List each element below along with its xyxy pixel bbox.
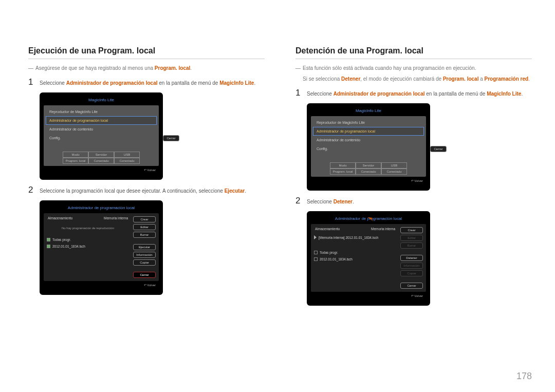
stop-button: Detener	[400, 255, 423, 261]
play-icon	[314, 235, 317, 239]
step-number: 1	[28, 77, 40, 87]
close-button: Cerrar	[430, 146, 447, 152]
step-left-2: 2 Seleccione la programación local que d…	[28, 185, 265, 195]
checkbox-icon	[47, 238, 50, 241]
screenshot-magicinfo-left: MagicInfo Lite Reproductor de MagicInfo …	[40, 92, 163, 180]
create-button: Crear	[133, 216, 156, 222]
note-right-2: Si se selecciona Detener, el modo de eje…	[295, 75, 532, 83]
heading-left: Ejecución de una Program. local	[28, 46, 265, 59]
return-label: Volver	[311, 292, 426, 297]
copy-button: Copiar	[400, 270, 423, 276]
execute-button: Ejecutar	[133, 244, 156, 250]
delete-button: Borrar	[133, 232, 156, 238]
left-column: Ejecución de una Program. local ― Asegúr…	[28, 46, 265, 311]
return-label: Volver	[311, 177, 426, 182]
edit-button: Editar	[400, 235, 423, 241]
note-right-1: ― Esta función sólo está activada cuando…	[295, 64, 532, 72]
delete-button: Borrar	[400, 242, 423, 249]
info-button: Información	[400, 263, 423, 269]
menu-item-selected: Administrador de programación local	[313, 127, 424, 136]
menu-item: Reproductor de MagicInfo Lite	[313, 118, 424, 127]
status-table: Modo Program. local Servidor Conectado U…	[46, 152, 157, 164]
heading-right: Detención de una Program. local	[295, 46, 532, 59]
menu-item: Reproductor de MagicInfo Lite	[46, 107, 157, 116]
right-column: Detención de una Program. local ― Esta f…	[295, 46, 532, 311]
screenshot-title: MagicInfo Lite	[311, 107, 426, 116]
menu-item-selected: Administrador de programación local	[46, 116, 157, 125]
edit-button: Editar	[133, 224, 156, 230]
close-button: Cerrar	[133, 272, 156, 278]
menu-item: Administrador de contenido	[313, 136, 424, 144]
menu-item: Administrador de contenido	[46, 125, 157, 134]
step-number: 2	[28, 185, 40, 195]
close-button: Cerrar	[163, 135, 179, 141]
checkbox-icon	[314, 251, 318, 254]
step-left-1: 1 Seleccione Administrador de programaci…	[28, 77, 265, 87]
step-number: 1	[295, 88, 307, 98]
checkbox-icon	[314, 257, 318, 261]
screenshot-title: Administrador de programación local	[44, 204, 159, 213]
create-button: Crear	[400, 227, 423, 233]
screenshot-admin-left: Administrador de programación local Alma…	[40, 200, 163, 295]
status-table: Modo Program. local Servidor Conectado U…	[313, 162, 424, 175]
copy-button: Copiar	[133, 259, 156, 266]
screenshot-admin-right: Administrador de programación local Alma…	[307, 211, 430, 306]
dash-icon: ―	[295, 64, 301, 72]
info-button: Información	[133, 252, 156, 258]
dash-icon: ―	[28, 64, 33, 72]
menu-item: Config.	[46, 134, 157, 142]
menu-item: Config.	[313, 144, 424, 153]
step-right-1: 1 Seleccione Administrador de programaci…	[295, 88, 532, 98]
screenshot-title: MagicInfo Lite	[44, 97, 159, 105]
step-right-2: 2 Seleccione Detener.	[295, 196, 532, 206]
screenshot-title: Administrador de programación local	[311, 215, 426, 224]
page-number: 178	[516, 371, 532, 382]
close-button: Cerrar	[400, 283, 423, 289]
screenshot-magicinfo-right: MagicInfo Lite Reproductor de MagicInfo …	[307, 103, 430, 191]
note-left-1: ― Asegúrese de que se haya registrado al…	[28, 64, 265, 72]
step-number: 2	[295, 196, 307, 206]
return-label: Volver	[44, 281, 159, 287]
checkbox-icon	[47, 245, 50, 248]
return-label: Volver	[44, 166, 159, 172]
